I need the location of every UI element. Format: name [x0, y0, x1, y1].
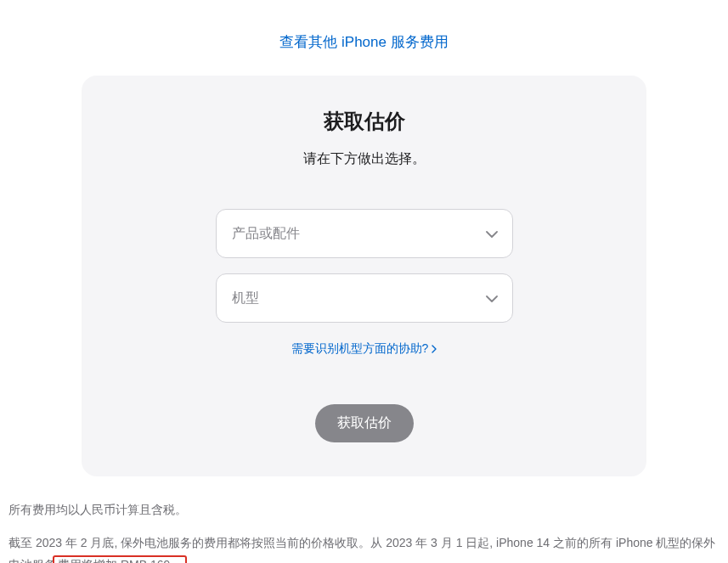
chevron-right-icon	[432, 342, 437, 356]
model-select[interactable]: 机型	[216, 273, 513, 323]
top-link-container: 查看其他 iPhone 服务费用	[0, 0, 728, 76]
card-subtitle: 请在下方做出选择。	[116, 150, 612, 168]
footer-line-2: 截至 2023 年 2 月底, 保外电池服务的费用都将按照当前的价格收取。从 2…	[8, 532, 720, 563]
product-select-wrapper: 产品或配件	[216, 209, 513, 258]
identify-model-help-link[interactable]: 需要识别机型方面的协助?	[291, 341, 437, 357]
get-estimate-button[interactable]: 获取估价	[315, 404, 414, 442]
footer-line-1: 所有费用均以人民币计算且含税。	[8, 498, 720, 521]
footer-text: 所有费用均以人民币计算且含税。 截至 2023 年 2 月底, 保外电池服务的费…	[0, 476, 728, 563]
model-select-wrapper: 机型	[216, 273, 513, 323]
product-select[interactable]: 产品或配件	[216, 209, 513, 258]
card-title: 获取估价	[116, 108, 612, 135]
price-increase-highlight: 费用将增加 RMB 169。	[53, 555, 187, 563]
submit-container: 获取估价	[116, 404, 612, 442]
help-link-label: 需要识别机型方面的协助?	[291, 341, 429, 357]
view-other-services-link[interactable]: 查看其他 iPhone 服务费用	[279, 34, 448, 50]
estimate-card: 获取估价 请在下方做出选择。 产品或配件 机型 需要识别机型方面的协助? 获取估…	[82, 76, 646, 476]
